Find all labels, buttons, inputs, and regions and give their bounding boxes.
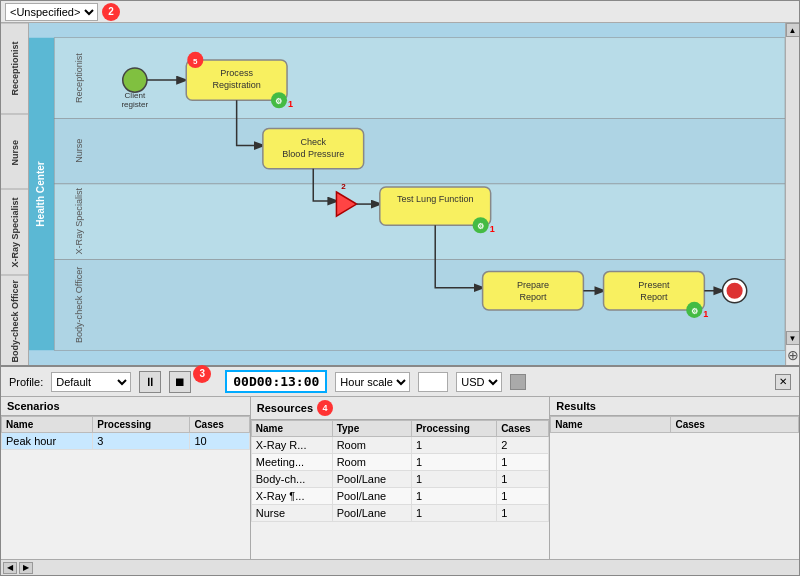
- scenarios-title: Scenarios: [1, 397, 250, 416]
- scenarios-table: Name Processing Cases Peak hour 3 10: [1, 416, 250, 450]
- pause-button[interactable]: ⏸: [139, 371, 161, 393]
- svg-text:5: 5: [193, 57, 198, 66]
- svg-text:Body-check Officer: Body-check Officer: [74, 267, 84, 343]
- lane-labels-container: Receptionist Nurse X-Ray Specialist Body…: [1, 23, 29, 365]
- svg-text:Check: Check: [300, 137, 326, 147]
- time-display: 00D00:13:00: [225, 370, 327, 393]
- resource-processing: 1: [411, 437, 496, 454]
- badge-4: 4: [317, 400, 333, 416]
- resource-row[interactable]: X-Ray R... Room 1 2: [251, 437, 549, 454]
- cost-input[interactable]: 0: [418, 372, 448, 392]
- scenario-name: Peak hour: [2, 433, 93, 450]
- resource-name: Meeting...: [251, 454, 332, 471]
- main-container: <Unspecified> 2 Receptionist Nurse X-Ray…: [0, 0, 800, 576]
- lane-label-nurse: Nurse: [1, 114, 28, 190]
- nav-right[interactable]: ▶: [19, 562, 33, 574]
- col-processing: Processing: [93, 417, 190, 433]
- grey-box[interactable]: [510, 374, 526, 390]
- svg-text:2: 2: [341, 182, 346, 191]
- resource-cases: 1: [497, 488, 549, 505]
- resource-cases: 2: [497, 437, 549, 454]
- resource-cases: 1: [497, 505, 549, 522]
- profile-label: Profile:: [9, 376, 43, 388]
- diagram-svg: Health Center Receptionist Nurse X-Ray S…: [29, 23, 785, 365]
- resource-type: Pool/Lane: [332, 505, 411, 522]
- scenarios-table-wrapper[interactable]: Name Processing Cases Peak hour 3 10: [1, 416, 250, 559]
- results-table: Name Cases: [550, 416, 799, 433]
- scenario-row[interactable]: Peak hour 3 10: [2, 433, 250, 450]
- scenarios-panel: Scenarios Name Processing Cases Peak hou…: [1, 397, 251, 559]
- res-col-cases: Cases: [497, 421, 549, 437]
- col-name: Name: [2, 417, 93, 433]
- scroll-down-btn[interactable]: ▼: [786, 331, 800, 345]
- svg-text:Report: Report: [640, 292, 668, 302]
- svg-text:Registration: Registration: [212, 80, 260, 90]
- resources-table-wrapper[interactable]: Name Type Processing Cases X-Ray R... Ro…: [251, 420, 550, 559]
- svg-text:Report: Report: [519, 292, 547, 302]
- unspecified-select[interactable]: <Unspecified>: [5, 3, 98, 21]
- currency-select[interactable]: USD: [456, 372, 502, 392]
- resources-title: Resources 4: [251, 397, 550, 420]
- svg-text:⚙: ⚙: [691, 307, 698, 316]
- svg-rect-33: [483, 272, 584, 310]
- res-col-processing: Processing: [411, 421, 496, 437]
- resource-processing: 1: [411, 471, 496, 488]
- lane-label-receptionist: Receptionist: [1, 23, 28, 114]
- nav-left[interactable]: ◀: [3, 562, 17, 574]
- scale-select[interactable]: Hour scale: [335, 372, 410, 392]
- resource-processing: 1: [411, 454, 496, 471]
- resource-name: X-Ray R...: [251, 437, 332, 454]
- content-area: Receptionist Nurse X-Ray Specialist Body…: [1, 23, 799, 365]
- resource-row[interactable]: Meeting... Room 1 1: [251, 454, 549, 471]
- scroll-up-btn[interactable]: ▲: [786, 23, 800, 37]
- svg-text:Nurse: Nurse: [74, 139, 84, 163]
- svg-rect-28: [380, 187, 491, 225]
- resources-table: Name Type Processing Cases X-Ray R... Ro…: [251, 420, 550, 522]
- results-table-wrapper[interactable]: Name Cases: [550, 416, 799, 559]
- svg-text:register: register: [121, 100, 148, 109]
- resource-cases: 1: [497, 454, 549, 471]
- resource-row[interactable]: Body-ch... Pool/Lane 1 1: [251, 471, 549, 488]
- svg-text:1: 1: [703, 309, 708, 319]
- svg-text:1: 1: [288, 99, 293, 109]
- resource-row[interactable]: Nurse Pool/Lane 1 1: [251, 505, 549, 522]
- svg-text:Blood Pressure: Blood Pressure: [282, 149, 344, 159]
- close-button[interactable]: ✕: [775, 374, 791, 390]
- svg-rect-2: [54, 38, 785, 119]
- stop-button[interactable]: ⏹: [169, 371, 191, 393]
- diagram-area[interactable]: Health Center Receptionist Nurse X-Ray S…: [29, 23, 785, 365]
- resource-name: Nurse: [251, 505, 332, 522]
- resources-panel: Resources 4 Name Type Processing Cases: [251, 397, 551, 559]
- resource-processing: 1: [411, 488, 496, 505]
- resource-type: Room: [332, 454, 411, 471]
- svg-text:Client: Client: [125, 91, 146, 100]
- resource-name: X-Ray ¶...: [251, 488, 332, 505]
- svg-text:Test Lung Function: Test Lung Function: [397, 194, 474, 204]
- data-panels: Scenarios Name Processing Cases Peak hou…: [1, 397, 799, 559]
- profile-select[interactable]: Default: [51, 372, 131, 392]
- svg-point-10: [123, 68, 147, 92]
- resource-name: Body-ch...: [251, 471, 332, 488]
- top-toolbar: <Unspecified> 2: [1, 1, 799, 23]
- svg-rect-4: [54, 118, 785, 184]
- resource-type: Pool/Lane: [332, 488, 411, 505]
- resource-type: Pool/Lane: [332, 471, 411, 488]
- svg-text:Process: Process: [220, 68, 253, 78]
- scenario-cases: 10: [190, 433, 249, 450]
- svg-text:Prepare: Prepare: [517, 280, 549, 290]
- svg-text:Health Center: Health Center: [35, 161, 46, 227]
- lane-label-xray: X-Ray Specialist: [1, 189, 28, 275]
- resource-row[interactable]: X-Ray ¶... Pool/Lane 1 1: [251, 488, 549, 505]
- svg-text:⚙: ⚙: [477, 222, 484, 231]
- right-scrollbar[interactable]: ▲ ▼ ⊕: [785, 23, 799, 365]
- badge-2: 2: [102, 3, 120, 21]
- control-bar: Profile: Default ⏸ ⏹ 3 00D00:13:00 Hour …: [1, 367, 799, 397]
- lane-label-body: Body-check Officer: [1, 275, 28, 366]
- diagram-expand-btn[interactable]: ⊕: [787, 347, 799, 363]
- results-panel: Results Name Cases: [550, 397, 799, 559]
- svg-text:⚙: ⚙: [275, 97, 282, 106]
- resource-type: Room: [332, 437, 411, 454]
- results-title: Results: [550, 397, 799, 416]
- svg-text:X-Ray Specialist: X-Ray Specialist: [74, 187, 84, 254]
- resource-processing: 1: [411, 505, 496, 522]
